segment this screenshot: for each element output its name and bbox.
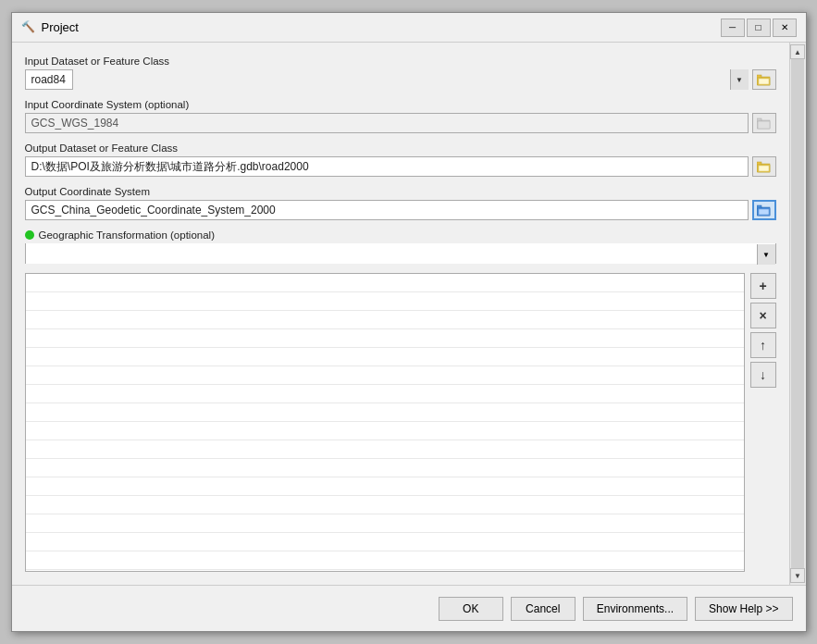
transformation-list-area: + × ↑ ↓ bbox=[25, 273, 776, 572]
window-title: Project bbox=[42, 20, 79, 34]
geo-transform-chevron-icon[interactable]: ▼ bbox=[757, 244, 775, 265]
ok-button[interactable]: OK bbox=[439, 597, 503, 621]
list-down-button[interactable]: ↓ bbox=[750, 362, 776, 388]
input-coord-input bbox=[25, 113, 749, 133]
input-dataset-label: Input Dataset or Feature Class bbox=[25, 56, 776, 67]
show-help-button[interactable]: Show Help >> bbox=[695, 597, 792, 621]
select-arrow-icon: ▼ bbox=[730, 69, 749, 90]
window-icon: 🔨 bbox=[21, 20, 36, 35]
list-action-buttons: + × ↑ ↓ bbox=[745, 273, 776, 572]
input-dataset-select[interactable]: road84 bbox=[25, 69, 73, 90]
maximize-button[interactable]: □ bbox=[747, 19, 771, 37]
folder-icon bbox=[757, 118, 772, 130]
svg-rect-6 bbox=[758, 121, 770, 129]
list-remove-button[interactable]: × bbox=[750, 303, 776, 328]
input-coord-browse-button[interactable] bbox=[752, 113, 776, 133]
svg-rect-1 bbox=[757, 75, 761, 78]
cancel-button[interactable]: Cancel bbox=[511, 597, 576, 621]
main-content: Input Dataset or Feature Class road84 ▼ bbox=[12, 43, 789, 585]
scroll-down-button[interactable]: ▼ bbox=[790, 568, 805, 583]
svg-rect-5 bbox=[757, 118, 761, 121]
input-dataset-group: Input Dataset or Feature Class road84 ▼ bbox=[25, 56, 776, 90]
output-dataset-browse-button[interactable] bbox=[752, 156, 776, 177]
list-add-button[interactable]: + bbox=[750, 273, 776, 299]
list-up-button[interactable]: ↑ bbox=[750, 332, 776, 358]
title-bar: 🔨 Project ─ □ ✕ bbox=[12, 13, 806, 43]
geo-transform-input[interactable] bbox=[26, 243, 775, 264]
folder-blue-icon bbox=[757, 204, 772, 217]
scroll-up-button[interactable]: ▲ bbox=[790, 44, 805, 59]
svg-rect-3 bbox=[759, 79, 769, 84]
svg-rect-10 bbox=[759, 166, 769, 171]
input-coord-label: Input Coordinate System (optional) bbox=[25, 99, 776, 110]
minimize-button[interactable]: ─ bbox=[721, 19, 745, 37]
output-dataset-group: Output Dataset or Feature Class bbox=[25, 142, 776, 177]
output-dataset-label: Output Dataset or Feature Class bbox=[25, 142, 776, 154]
output-coord-input[interactable] bbox=[25, 200, 749, 220]
output-dataset-input[interactable] bbox=[25, 156, 749, 177]
output-coord-label: Output Coordinate System bbox=[25, 186, 776, 197]
transformation-list[interactable] bbox=[25, 273, 745, 572]
green-dot-indicator bbox=[25, 230, 34, 240]
output-coord-browse-button[interactable] bbox=[752, 200, 776, 220]
scroll-track bbox=[791, 59, 804, 568]
close-button[interactable]: ✕ bbox=[773, 19, 797, 37]
input-coord-group: Input Coordinate System (optional) bbox=[25, 99, 776, 133]
geo-transform-label: Geographic Transformation (optional) bbox=[39, 229, 216, 241]
bottom-bar: OK Cancel Environments... Show Help >> bbox=[12, 585, 806, 631]
input-dataset-browse-button[interactable] bbox=[752, 69, 776, 90]
svg-rect-8 bbox=[757, 162, 761, 165]
output-coord-group: Output Coordinate System bbox=[25, 186, 776, 220]
right-scrollbar[interactable]: ▲ ▼ bbox=[789, 43, 806, 585]
svg-rect-14 bbox=[759, 209, 769, 215]
environments-button[interactable]: Environments... bbox=[583, 597, 687, 621]
geo-transform-group: Geographic Transformation (optional) ▼ bbox=[25, 229, 776, 264]
svg-rect-12 bbox=[757, 205, 761, 208]
folder-open-icon2 bbox=[757, 161, 772, 173]
folder-open-icon bbox=[757, 74, 772, 86]
